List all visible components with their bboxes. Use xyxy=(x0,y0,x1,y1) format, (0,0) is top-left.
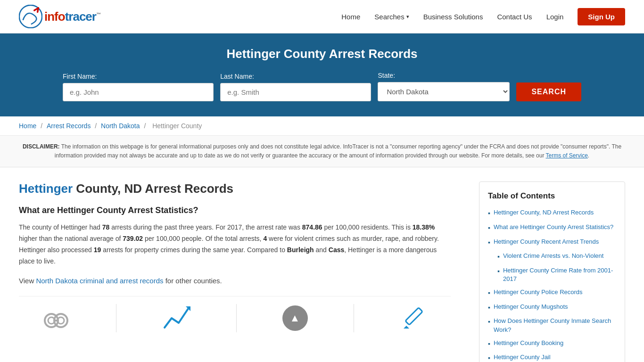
last-name-group: Last Name: xyxy=(220,73,371,101)
svg-rect-9 xyxy=(405,308,422,325)
toc-item: Hettinger County Crime Rate from 2001-20… xyxy=(488,266,616,283)
toc-item: Hettinger County Recent Arrest Trends xyxy=(488,238,616,247)
icon-handcuffs xyxy=(42,304,70,332)
county2: Cass xyxy=(329,246,344,254)
higher-pct: 18.38% xyxy=(413,223,435,231)
main-nav: Home Searches ▾ Business Solutions Conta… xyxy=(341,8,625,25)
state-group: State: AlabamaAlaskaArizonaArkansasCalif… xyxy=(378,72,510,101)
property-count: 19 xyxy=(94,246,101,254)
toc-item: Hettinger County Booking xyxy=(488,339,616,349)
breadcrumb-arrest-records[interactable]: Arrest Records xyxy=(47,122,91,130)
breadcrumb-current: Hettinger County xyxy=(152,122,202,130)
scroll-up-icon[interactable]: ▲ xyxy=(282,305,308,331)
logo-text: infotracer™ xyxy=(44,10,100,23)
login-button[interactable]: Login xyxy=(546,13,564,21)
search-form: First Name: Last Name: State: AlabamaAla… xyxy=(63,72,581,101)
signup-button[interactable]: Sign Up xyxy=(578,8,625,25)
stats-text-2: arrests during the past three years. For… xyxy=(109,223,302,231)
last-name-input[interactable] xyxy=(220,83,371,101)
first-name-label: First Name: xyxy=(63,73,214,80)
toc-link[interactable]: Hettinger County Police Records xyxy=(494,288,583,296)
nav-searches[interactable]: Searches ▾ xyxy=(374,13,409,21)
nav-contact[interactable]: Contact Us xyxy=(497,13,532,21)
view-line: View North Dakota criminal and arrest re… xyxy=(19,275,451,287)
stats-text-1: The county of Hettinger had xyxy=(19,223,102,231)
stats-text-8: and xyxy=(314,246,329,254)
nd-records-link[interactable]: North Dakota criminal and arrest records xyxy=(36,277,163,285)
logo-area: infotracer™ xyxy=(19,5,100,28)
toc-item: Hettinger County Mugshots xyxy=(488,303,616,313)
stats-text-3: per 100,000 residents. This is xyxy=(322,223,413,231)
toc-item: Violent Crime Arrests vs. Non-Violent xyxy=(488,252,616,262)
first-name-group: First Name: xyxy=(63,73,214,101)
divider-2 xyxy=(236,304,237,332)
toc-box: Table of Contents Hettinger County, ND A… xyxy=(479,181,625,362)
breadcrumb-sep-3: / xyxy=(144,122,148,130)
breadcrumb-north-dakota[interactable]: North Dakota xyxy=(101,122,140,130)
divider-1 xyxy=(116,304,116,332)
toc-item: How Does Hettinger County Inmate Search … xyxy=(488,317,616,334)
article-title: Hettinger County, ND Arrest Records xyxy=(19,181,451,196)
terms-of-service-link[interactable]: Terms of Service xyxy=(546,152,588,159)
breadcrumb: Home / Arrest Records / North Dakota / H… xyxy=(0,116,644,136)
state-select[interactable]: AlabamaAlaskaArizonaArkansasCaliforniaCo… xyxy=(378,82,510,101)
sidebar-toc: Table of Contents Hettinger County, ND A… xyxy=(474,167,625,362)
breadcrumb-sep-1: / xyxy=(41,122,44,130)
toc-item: Hettinger County Police Records xyxy=(488,288,616,298)
toc-link[interactable]: Hettinger County Crime Rate from 2001-20… xyxy=(503,266,616,283)
last-name-label: Last Name: xyxy=(220,73,371,80)
state-label: State: xyxy=(378,72,510,79)
pencil-icon xyxy=(400,304,428,332)
toc-link[interactable]: Hettinger County Recent Arrest Trends xyxy=(494,238,599,246)
view-line-1: View xyxy=(19,277,36,285)
first-name-input[interactable] xyxy=(63,83,214,101)
hero-section: Hettinger County Arrest Records First Na… xyxy=(0,33,644,116)
scroll-up-btn[interactable]: ▲ xyxy=(282,305,308,331)
stats-heading: What are Hettinger County Arrest Statist… xyxy=(19,206,451,215)
chevron-down-icon: ▾ xyxy=(406,14,409,20)
toc-item: Hettinger County, ND Arrest Records xyxy=(488,208,616,218)
stats-text-5: per 100,000 people. Of the total arrests… xyxy=(143,235,263,242)
disclaimer-text: The information on this webpage is for g… xyxy=(55,143,621,159)
national-avg: 739.02 xyxy=(123,235,143,242)
search-button[interactable]: SEARCH xyxy=(516,82,581,101)
county1: Burleigh xyxy=(287,246,314,254)
toc-list: Hettinger County, ND Arrest RecordsWhat … xyxy=(488,208,616,362)
toc-link[interactable]: Hettinger County Jail xyxy=(494,353,551,362)
icon-pencil xyxy=(400,304,428,332)
toc-heading: Table of Contents xyxy=(488,191,616,201)
disclaimer-bar: DISCLAIMER: The information on this webp… xyxy=(0,136,644,167)
toc-item: Hettinger County Jail xyxy=(488,353,616,362)
divider-3 xyxy=(354,304,354,332)
icons-row: ▲ xyxy=(19,296,451,340)
handcuffs-icon xyxy=(42,304,70,332)
nav-home[interactable]: Home xyxy=(341,13,360,21)
view-line-2: for other counties. xyxy=(164,277,222,285)
hero-title: Hettinger County Arrest Records xyxy=(19,47,625,61)
toc-link[interactable]: How Does Hettinger County Inmate Search … xyxy=(494,317,616,334)
disclaimer-label: DISCLAIMER: xyxy=(23,143,60,150)
stats-text-7: arrests for property crimes during the s… xyxy=(101,246,287,254)
toc-link[interactable]: What are Hettinger County Arrest Statist… xyxy=(494,223,613,231)
main-layout: Hettinger County, ND Arrest Records What… xyxy=(0,167,644,362)
trend-icon xyxy=(162,304,190,332)
toc-link[interactable]: Violent Crime Arrests vs. Non-Violent xyxy=(503,252,603,260)
toc-link[interactable]: Hettinger County Booking xyxy=(494,339,563,347)
svg-line-2 xyxy=(38,8,39,12)
arrest-rate: 874.86 xyxy=(302,223,322,231)
toc-link[interactable]: Hettinger County, ND Arrest Records xyxy=(494,208,594,217)
svg-marker-10 xyxy=(404,326,409,329)
icon-trend xyxy=(162,304,190,332)
logo-icon xyxy=(19,5,42,28)
stats-paragraph: The county of Hettinger had 78 arrests d… xyxy=(19,222,451,267)
stats-text-4: higher than the national average of xyxy=(19,235,123,242)
toc-link[interactable]: Hettinger County Mugshots xyxy=(494,303,568,311)
nav-business[interactable]: Business Solutions xyxy=(423,13,483,21)
article-title-highlight: Hettinger xyxy=(19,181,73,196)
article-title-rest: County, ND Arrest Records xyxy=(73,181,233,196)
breadcrumb-home[interactable]: Home xyxy=(19,122,36,130)
toc-item: What are Hettinger County Arrest Statist… xyxy=(488,223,616,233)
arrests-count: 78 xyxy=(102,223,110,231)
breadcrumb-sep-2: / xyxy=(95,122,99,130)
article: Hettinger County, ND Arrest Records What… xyxy=(19,167,460,362)
